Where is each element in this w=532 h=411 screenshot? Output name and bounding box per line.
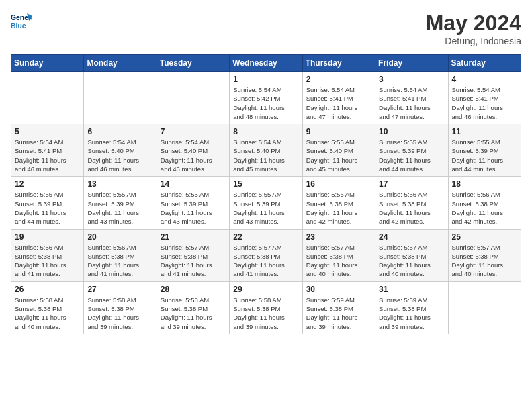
day-info: Sunrise: 5:56 AM Sunset: 5:38 PM Dayligh… [452,190,517,226]
weekday-header-thursday: Thursday [302,55,375,72]
calendar-cell: 28Sunrise: 5:58 AM Sunset: 5:38 PM Dayli… [157,281,229,334]
day-number: 5 [15,127,80,136]
calendar-cell: 14Sunrise: 5:55 AM Sunset: 5:39 PM Dayli… [157,177,229,229]
day-number: 14 [161,179,226,189]
calendar-cell: 13Sunrise: 5:55 AM Sunset: 5:39 PM Dayli… [84,177,157,229]
day-info: Sunrise: 5:57 AM Sunset: 5:38 PM Dayligh… [306,243,371,279]
day-info: Sunrise: 5:58 AM Sunset: 5:38 PM Dayligh… [15,295,80,331]
day-number: 2 [306,75,371,84]
day-info: Sunrise: 5:54 AM Sunset: 5:41 PM Dayligh… [452,85,517,121]
calendar-cell: 7Sunrise: 5:54 AM Sunset: 5:40 PM Daylig… [157,124,229,177]
calendar-week-row: 5Sunrise: 5:54 AM Sunset: 5:41 PM Daylig… [11,124,521,177]
day-info: Sunrise: 5:56 AM Sunset: 5:38 PM Dayligh… [306,190,371,226]
day-number: 20 [87,232,152,242]
calendar-cell: 5Sunrise: 5:54 AM Sunset: 5:41 PM Daylig… [11,124,84,177]
day-info: Sunrise: 5:57 AM Sunset: 5:38 PM Dayligh… [452,243,517,279]
day-number: 7 [161,127,226,136]
calendar-week-row: 19Sunrise: 5:56 AM Sunset: 5:38 PM Dayli… [11,229,521,281]
calendar-cell: 15Sunrise: 5:55 AM Sunset: 5:39 PM Dayli… [230,177,302,229]
day-number: 6 [87,127,152,136]
calendar-cell: 1Sunrise: 5:54 AM Sunset: 5:42 PM Daylig… [230,72,302,124]
day-info: Sunrise: 5:58 AM Sunset: 5:38 PM Dayligh… [233,295,298,331]
calendar-cell: 25Sunrise: 5:57 AM Sunset: 5:38 PM Dayli… [448,229,521,281]
weekday-header-saturday: Saturday [448,55,521,72]
calendar-cell: 8Sunrise: 5:54 AM Sunset: 5:40 PM Daylig… [230,124,302,177]
day-number: 11 [452,127,517,136]
calendar-cell: 29Sunrise: 5:58 AM Sunset: 5:38 PM Dayli… [230,281,302,334]
day-info: Sunrise: 5:58 AM Sunset: 5:38 PM Dayligh… [161,295,226,331]
calendar-cell: 22Sunrise: 5:57 AM Sunset: 5:38 PM Dayli… [230,229,302,281]
day-info: Sunrise: 5:55 AM Sunset: 5:39 PM Dayligh… [379,138,444,173]
day-number: 29 [233,285,298,294]
day-info: Sunrise: 5:55 AM Sunset: 5:39 PM Dayligh… [161,190,226,226]
calendar-cell: 2Sunrise: 5:54 AM Sunset: 5:41 PM Daylig… [302,72,375,124]
calendar-cell: 26Sunrise: 5:58 AM Sunset: 5:38 PM Dayli… [11,281,84,334]
day-number: 4 [452,75,517,84]
day-number: 28 [161,285,226,294]
calendar-week-row: 1Sunrise: 5:54 AM Sunset: 5:42 PM Daylig… [11,72,521,124]
weekday-header-row: SundayMondayTuesdayWednesdayThursdayFrid… [11,55,521,72]
calendar-cell: 12Sunrise: 5:55 AM Sunset: 5:39 PM Dayli… [11,177,84,229]
logo: General Blue [11,11,32,32]
weekday-header-wednesday: Wednesday [230,55,302,72]
calendar-cell: 16Sunrise: 5:56 AM Sunset: 5:38 PM Dayli… [302,177,375,229]
day-number: 18 [452,179,517,189]
calendar-cell: 4Sunrise: 5:54 AM Sunset: 5:41 PM Daylig… [448,72,521,124]
calendar-cell [448,281,521,334]
day-info: Sunrise: 5:55 AM Sunset: 5:39 PM Dayligh… [233,190,298,226]
location: Detung, Indonesia [426,36,521,46]
calendar-cell: 11Sunrise: 5:55 AM Sunset: 5:39 PM Dayli… [448,124,521,177]
day-info: Sunrise: 5:57 AM Sunset: 5:38 PM Dayligh… [161,243,226,279]
day-info: Sunrise: 5:59 AM Sunset: 5:38 PM Dayligh… [306,295,371,331]
day-number: 31 [379,285,444,294]
calendar-cell [84,72,157,124]
calendar-cell: 3Sunrise: 5:54 AM Sunset: 5:41 PM Daylig… [375,72,448,124]
day-number: 19 [15,232,80,242]
day-info: Sunrise: 5:54 AM Sunset: 5:40 PM Dayligh… [233,138,298,173]
day-number: 27 [87,285,152,294]
day-number: 22 [233,232,298,242]
day-number: 16 [306,179,371,189]
day-number: 21 [161,232,226,242]
day-number: 10 [379,127,444,136]
title-block: May 2024 Detung, Indonesia [426,11,521,46]
month-title: May 2024 [426,11,521,36]
day-info: Sunrise: 5:55 AM Sunset: 5:39 PM Dayligh… [15,190,80,226]
calendar-cell [157,72,229,124]
day-info: Sunrise: 5:59 AM Sunset: 5:38 PM Dayligh… [379,295,444,331]
day-info: Sunrise: 5:54 AM Sunset: 5:40 PM Dayligh… [161,138,226,173]
day-number: 13 [87,179,152,189]
weekday-header-monday: Monday [84,55,157,72]
calendar-cell: 23Sunrise: 5:57 AM Sunset: 5:38 PM Dayli… [302,229,375,281]
day-info: Sunrise: 5:57 AM Sunset: 5:38 PM Dayligh… [233,243,298,279]
day-number: 15 [233,179,298,189]
day-number: 9 [306,127,371,136]
day-number: 25 [452,232,517,242]
calendar-cell: 6Sunrise: 5:54 AM Sunset: 5:40 PM Daylig… [84,124,157,177]
day-info: Sunrise: 5:55 AM Sunset: 5:39 PM Dayligh… [452,138,517,173]
weekday-header-sunday: Sunday [11,55,84,72]
calendar-cell: 30Sunrise: 5:59 AM Sunset: 5:38 PM Dayli… [302,281,375,334]
calendar-table: SundayMondayTuesdayWednesdayThursdayFrid… [11,54,521,334]
calendar-week-row: 12Sunrise: 5:55 AM Sunset: 5:39 PM Dayli… [11,177,521,229]
svg-text:Blue: Blue [11,22,26,30]
day-number: 26 [15,285,80,294]
day-info: Sunrise: 5:54 AM Sunset: 5:41 PM Dayligh… [15,138,80,173]
calendar-cell: 19Sunrise: 5:56 AM Sunset: 5:38 PM Dayli… [11,229,84,281]
calendar-cell: 27Sunrise: 5:58 AM Sunset: 5:38 PM Dayli… [84,281,157,334]
day-number: 1 [233,75,298,84]
calendar-week-row: 26Sunrise: 5:58 AM Sunset: 5:38 PM Dayli… [11,281,521,334]
day-info: Sunrise: 5:57 AM Sunset: 5:38 PM Dayligh… [379,243,444,279]
day-number: 17 [379,179,444,189]
day-info: Sunrise: 5:55 AM Sunset: 5:39 PM Dayligh… [87,190,152,226]
day-info: Sunrise: 5:54 AM Sunset: 5:40 PM Dayligh… [87,138,152,173]
page-header: General Blue May 2024 Detung, Indonesia [11,11,521,46]
calendar-cell: 31Sunrise: 5:59 AM Sunset: 5:38 PM Dayli… [375,281,448,334]
day-info: Sunrise: 5:54 AM Sunset: 5:42 PM Dayligh… [233,85,298,121]
calendar-cell [11,72,84,124]
day-info: Sunrise: 5:56 AM Sunset: 5:38 PM Dayligh… [87,243,152,279]
calendar-cell: 18Sunrise: 5:56 AM Sunset: 5:38 PM Dayli… [448,177,521,229]
day-number: 30 [306,285,371,294]
day-info: Sunrise: 5:55 AM Sunset: 5:40 PM Dayligh… [306,138,371,173]
weekday-header-friday: Friday [375,55,448,72]
